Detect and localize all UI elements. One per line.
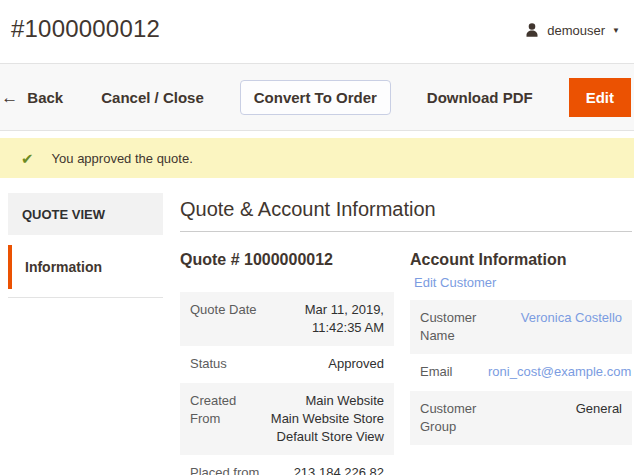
account-info-table: Customer Name Veronica Costello Email ro… — [410, 300, 632, 445]
page-title: #1000000012 — [11, 15, 160, 44]
checkmark-icon: ✔ — [21, 151, 34, 166]
quote-info-heading: Quote # 1000000012 — [180, 250, 394, 270]
customer-name-link[interactable]: Veronica Costello — [488, 309, 622, 345]
row-label: Created From — [190, 392, 270, 447]
user-icon — [524, 22, 540, 38]
sidebar-item-information[interactable]: Information — [8, 245, 163, 289]
content-area: QUOTE VIEW Information Quote & Account I… — [0, 178, 634, 475]
action-toolbar: ← Back Cancel / Close Convert To Order D… — [0, 64, 634, 131]
row-label: Customer Group — [420, 400, 488, 436]
back-label: Back — [27, 89, 63, 106]
account-info-heading: Account Information — [410, 250, 632, 270]
download-pdf-button[interactable]: Download PDF — [425, 83, 535, 112]
info-columns: Quote # 1000000012 Quote Date Mar 11, 20… — [180, 250, 632, 475]
table-row: Created From Main Website Main Website S… — [180, 383, 394, 456]
success-message: ✔ You approved the quote. — [0, 138, 634, 178]
customer-email-link[interactable]: roni_cost@example.com — [488, 363, 631, 381]
sidebar-nav: Information — [8, 235, 163, 298]
table-row: Customer Group General — [410, 391, 632, 445]
row-value: Mar 11, 2019, 11:42:35 AM — [270, 301, 384, 337]
sidebar: QUOTE VIEW Information — [8, 193, 163, 475]
main-panel: Quote & Account Information Quote # 1000… — [180, 193, 632, 475]
back-button[interactable]: ← Back — [0, 83, 65, 112]
row-label: Status — [190, 355, 270, 373]
quote-info-block: Quote # 1000000012 Quote Date Mar 11, 20… — [180, 250, 394, 475]
row-label: Customer Name — [420, 309, 488, 345]
page-header: #1000000012 demouser ▼ — [0, 0, 634, 64]
row-label: Quote Date — [190, 301, 270, 337]
row-value: General — [488, 400, 622, 436]
back-arrow-icon: ← — [1, 89, 18, 106]
table-row: Customer Name Veronica Costello — [410, 300, 632, 354]
account-info-block: Account Information Edit Customer Custom… — [410, 250, 632, 475]
table-row: Quote Date Mar 11, 2019, 11:42:35 AM — [180, 292, 394, 346]
user-menu[interactable]: demouser ▼ — [524, 22, 620, 38]
row-label: Placed from IP — [190, 464, 270, 475]
table-row: Placed from IP 213.184.226.82 — [180, 455, 394, 475]
quote-info-table: Quote Date Mar 11, 2019, 11:42:35 AM Sta… — [180, 292, 394, 475]
sidebar-title: QUOTE VIEW — [8, 193, 163, 235]
table-row: Status Approved — [180, 346, 394, 382]
row-label: Email — [420, 363, 488, 381]
section-heading: Quote & Account Information — [180, 193, 632, 232]
success-message-text: You approved the quote. — [52, 151, 193, 166]
table-row: Email roni_cost@example.com — [410, 354, 632, 390]
edit-customer-link[interactable]: Edit Customer — [414, 275, 496, 290]
row-value: Approved — [270, 355, 384, 373]
chevron-down-icon: ▼ — [612, 26, 620, 35]
convert-to-order-button[interactable]: Convert To Order — [240, 80, 391, 115]
row-value: 213.184.226.82 — [270, 464, 384, 475]
edit-button[interactable]: Edit — [569, 78, 631, 117]
row-value: Main Website Main Website Store Default … — [270, 392, 384, 447]
cancel-close-button[interactable]: Cancel / Close — [99, 83, 206, 112]
user-name: demouser — [547, 23, 605, 38]
